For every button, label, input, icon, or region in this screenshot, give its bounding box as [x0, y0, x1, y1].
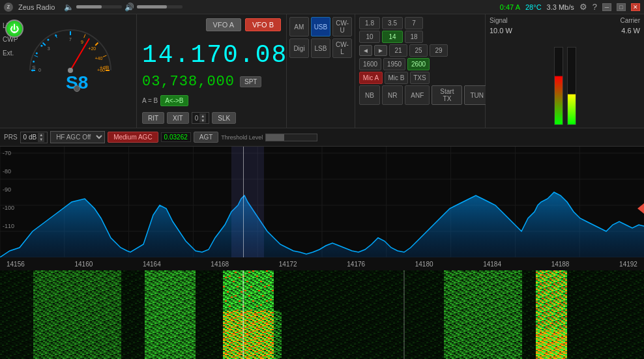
- band-1_8[interactable]: 1.8: [359, 17, 380, 29]
- ext-label: Ext.: [3, 50, 18, 57]
- lsb-button[interactable]: LSB: [311, 38, 330, 58]
- band-14[interactable]: 14: [382, 31, 403, 43]
- processing-row: PRS 0 dB ▲ ▼ HF AGC Off Medium AGC 0.032…: [0, 128, 644, 147]
- waterfall-cursor: [243, 270, 244, 359]
- filter-1600[interactable]: 1600: [359, 58, 381, 70]
- cursor-box: [231, 147, 264, 270]
- start-tx-button[interactable]: Start TX: [432, 85, 462, 105]
- rit-up[interactable]: ▲: [199, 113, 206, 118]
- help-icon[interactable]: ?: [593, 2, 597, 12]
- spt-button[interactable]: SPT: [240, 76, 261, 87]
- mic-a-button[interactable]: Mic A: [359, 72, 383, 84]
- main-top-panel: ⏻ LPW CWP Ext. S8 VFO A VFO B: [0, 14, 644, 128]
- cwu-button[interactable]: CW-U: [332, 17, 352, 36]
- status-time: 0:47 A: [500, 3, 520, 11]
- mode-panel: AM USB CW-U Digi LSB CW-L: [287, 14, 355, 128]
- rit-down[interactable]: ▼: [199, 118, 206, 122]
- db-up[interactable]: ▲: [38, 133, 44, 137]
- carrier-bar-canvas: [568, 57, 576, 124]
- am-button[interactable]: AM: [289, 17, 309, 36]
- usb-button[interactable]: USB: [311, 17, 331, 36]
- status-bandwidth: 3.3 Mb/s: [547, 3, 574, 11]
- rit-value: 0: [195, 115, 199, 122]
- waterfall-display: [0, 270, 644, 359]
- db-axis: -70 -80 -90 -100 -110: [3, 150, 14, 229]
- txs-button[interactable]: TXS: [410, 72, 430, 84]
- vu-meter-panel: ⏻ LPW CWP Ext. S8: [0, 14, 137, 128]
- speaker-low-icon: 🔈: [64, 3, 74, 12]
- frequency-panel: VFO A VFO B 14.170.081 03,738,000 SPT A …: [137, 14, 287, 128]
- cursor-line: [243, 147, 244, 270]
- band-right-arrow[interactable]: ►: [374, 45, 387, 56]
- carrier-value: 4.6 W: [621, 27, 640, 35]
- status-temp: 28°C: [525, 3, 542, 11]
- slk-button[interactable]: SLK: [212, 112, 236, 124]
- app-logo: Z: [4, 3, 13, 12]
- threshold-label: Threshold Level: [221, 134, 263, 141]
- db-value: 0 dB: [23, 134, 37, 141]
- rit-button[interactable]: RIT: [142, 112, 164, 124]
- band-left-arrow[interactable]: ◄: [359, 45, 372, 56]
- band-21[interactable]: 21: [389, 44, 407, 57]
- filter-panel: 1.8 3.5 7 10 14 18 ◄ ► 21 25 29 1600 195…: [355, 14, 486, 128]
- band-29[interactable]: 29: [430, 44, 448, 57]
- main-frequency: 14.170.081: [142, 43, 281, 68]
- spectrum-canvas: [0, 147, 644, 270]
- spectrum-display: -70 -80 -90 -100 -110 14156 14160 14164 …: [0, 147, 644, 270]
- filter-2600[interactable]: 2600: [407, 58, 430, 70]
- waterfall-canvas: [0, 270, 644, 359]
- agt-button[interactable]: AGT: [194, 132, 219, 143]
- mic-b-button[interactable]: Mic B: [385, 72, 408, 84]
- signal-panel: Signal Carrier 10.0 W 4.6 W: [486, 14, 644, 128]
- signal-label: Signal: [490, 17, 508, 24]
- minimize-btn[interactable]: ─: [602, 3, 611, 11]
- band-10[interactable]: 10: [359, 31, 380, 43]
- sub-frequency: 03,738,000: [142, 74, 235, 90]
- anf-button[interactable]: ANF: [405, 85, 430, 105]
- freq-axis: 14156 14160 14164 14168 14172 14176 1418…: [0, 257, 644, 270]
- titlebar: Z Zeus Radio 🔈 🔊 0:47 A 28°C 3.3 Mb/s ⚙ …: [0, 0, 644, 14]
- maximize-btn[interactable]: □: [617, 3, 626, 11]
- agc-select[interactable]: HF AGC Off: [50, 131, 105, 143]
- nr-button[interactable]: NR: [382, 85, 403, 105]
- threshold-value: 0.03262: [161, 132, 191, 142]
- ab-swap-button[interactable]: A<->B: [160, 95, 188, 106]
- threshold-bar[interactable]: [265, 134, 317, 141]
- band-3_5[interactable]: 3.5: [382, 17, 403, 29]
- prs-label: PRS: [4, 134, 18, 141]
- nb-button[interactable]: NB: [359, 85, 380, 105]
- vfo-a-button[interactable]: VFO A: [206, 18, 241, 31]
- band-7[interactable]: 7: [405, 17, 423, 29]
- carrier-label: Carrier: [620, 17, 640, 24]
- vfo-b-button[interactable]: VFO B: [245, 18, 281, 31]
- tuning-arrow: [637, 203, 644, 214]
- band-25[interactable]: 25: [409, 44, 428, 57]
- app-title: Zeus Radio: [18, 3, 55, 11]
- xit-button[interactable]: XIT: [167, 112, 189, 124]
- medium-agc-button[interactable]: Medium AGC: [108, 132, 158, 143]
- db-down[interactable]: ▼: [38, 137, 44, 142]
- aeb-label: A = B: [142, 97, 158, 104]
- settings-icon[interactable]: ⚙: [579, 2, 587, 12]
- signal-value: 10.0 W: [490, 27, 512, 35]
- band-18[interactable]: 18: [405, 31, 423, 43]
- s-meter-canvas: [20, 17, 121, 76]
- cwl-button[interactable]: CW-L: [332, 38, 352, 58]
- speaker-high-icon: 🔊: [124, 3, 134, 12]
- filter-1950[interactable]: 1950: [383, 58, 405, 70]
- digi-button[interactable]: Digi: [289, 38, 309, 58]
- signal-bar-canvas: [555, 57, 563, 124]
- close-btn[interactable]: ✕: [631, 3, 640, 11]
